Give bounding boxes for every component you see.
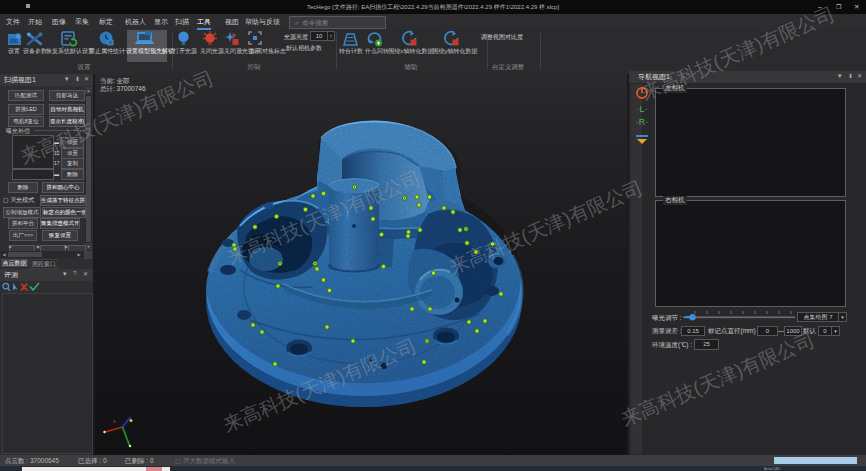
svg-text:·R·: ·R· [636,117,649,127]
svg-text:x: x [113,418,116,424]
svg-text:·L·: ·L· [637,104,648,114]
